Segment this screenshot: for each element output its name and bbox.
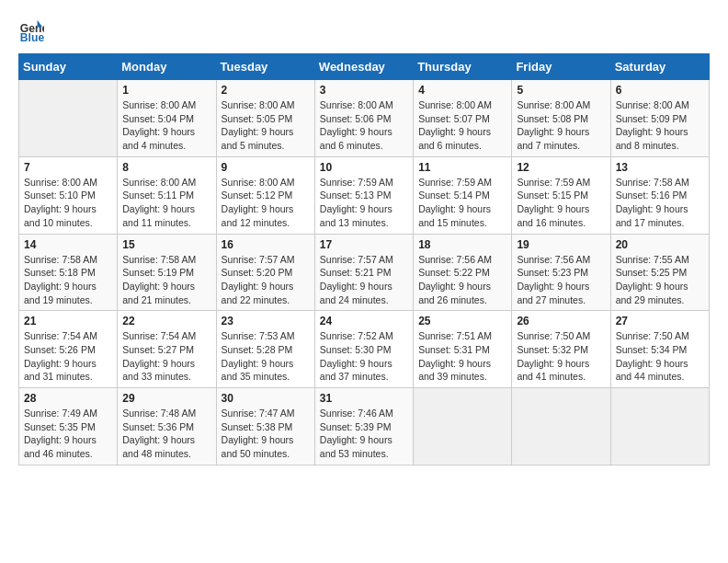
day-info: Sunrise: 7:58 AMSunset: 5:18 PMDaylight:… (24, 253, 112, 307)
day-number: 29 (122, 392, 210, 405)
day-cell: 4Sunrise: 8:00 AMSunset: 5:07 PMDaylight… (414, 80, 512, 157)
col-header-saturday: Saturday (610, 54, 709, 80)
day-number: 3 (320, 84, 408, 97)
day-number: 14 (24, 238, 112, 251)
day-number: 26 (517, 315, 605, 327)
day-cell: 19Sunrise: 7:56 AMSunset: 5:23 PMDayligh… (512, 234, 610, 311)
day-cell: 27Sunrise: 7:50 AMSunset: 5:34 PMDayligh… (610, 311, 709, 388)
day-info: Sunrise: 7:59 AMSunset: 5:13 PMDaylight:… (320, 176, 408, 230)
day-info: Sunrise: 7:49 AMSunset: 5:35 PMDaylight:… (24, 407, 112, 461)
day-info: Sunrise: 8:00 AMSunset: 5:08 PMDaylight:… (517, 98, 605, 153)
day-cell: 8Sunrise: 8:00 AMSunset: 5:11 PMDaylight… (118, 156, 216, 234)
day-number: 15 (122, 238, 210, 251)
day-info: Sunrise: 7:58 AMSunset: 5:16 PMDaylight:… (616, 176, 704, 230)
day-cell: 31Sunrise: 7:46 AMSunset: 5:39 PMDayligh… (314, 388, 413, 465)
day-cell: 15Sunrise: 7:58 AMSunset: 5:19 PMDayligh… (118, 234, 216, 311)
day-info: Sunrise: 8:00 AMSunset: 5:09 PMDaylight:… (616, 98, 704, 153)
day-info: Sunrise: 7:54 AMSunset: 5:27 PMDaylight:… (122, 329, 210, 384)
day-number: 27 (616, 315, 704, 327)
day-cell (19, 80, 118, 157)
day-info: Sunrise: 7:59 AMSunset: 5:15 PMDaylight:… (517, 176, 605, 230)
day-cell (414, 388, 512, 465)
day-cell: 10Sunrise: 7:59 AMSunset: 5:13 PMDayligh… (314, 156, 413, 234)
day-info: Sunrise: 7:51 AMSunset: 5:31 PMDaylight:… (418, 329, 506, 384)
day-number: 12 (517, 161, 605, 174)
day-cell: 18Sunrise: 7:56 AMSunset: 5:22 PMDayligh… (414, 234, 512, 311)
day-number: 30 (222, 392, 310, 405)
week-row-3: 21Sunrise: 7:54 AMSunset: 5:26 PMDayligh… (19, 311, 710, 388)
day-info: Sunrise: 7:47 AMSunset: 5:38 PMDaylight:… (222, 407, 310, 461)
day-cell: 17Sunrise: 7:57 AMSunset: 5:21 PMDayligh… (314, 234, 413, 311)
day-cell: 20Sunrise: 7:55 AMSunset: 5:25 PMDayligh… (610, 234, 709, 311)
day-number: 4 (418, 84, 506, 97)
day-cell: 1Sunrise: 8:00 AMSunset: 5:04 PMDaylight… (118, 80, 216, 157)
day-cell (610, 388, 709, 465)
week-row-1: 7Sunrise: 8:00 AMSunset: 5:10 PMDaylight… (19, 156, 710, 234)
day-cell: 29Sunrise: 7:48 AMSunset: 5:36 PMDayligh… (118, 388, 216, 465)
day-cell: 16Sunrise: 7:57 AMSunset: 5:20 PMDayligh… (216, 234, 314, 311)
day-number: 11 (418, 161, 506, 174)
day-number: 18 (418, 238, 506, 251)
day-info: Sunrise: 7:59 AMSunset: 5:14 PMDaylight:… (418, 176, 506, 230)
day-cell: 12Sunrise: 7:59 AMSunset: 5:15 PMDayligh… (512, 156, 610, 234)
day-cell: 30Sunrise: 7:47 AMSunset: 5:38 PMDayligh… (216, 388, 314, 465)
day-info: Sunrise: 7:46 AMSunset: 5:39 PMDaylight:… (320, 407, 408, 461)
day-cell: 28Sunrise: 7:49 AMSunset: 5:35 PMDayligh… (19, 388, 118, 465)
day-cell: 6Sunrise: 8:00 AMSunset: 5:09 PMDaylight… (610, 80, 709, 157)
day-number: 20 (616, 238, 704, 251)
svg-text:Blue: Blue (20, 31, 44, 44)
day-cell: 11Sunrise: 7:59 AMSunset: 5:14 PMDayligh… (414, 156, 512, 234)
day-number: 13 (616, 161, 704, 174)
day-number: 25 (418, 315, 506, 327)
day-cell: 23Sunrise: 7:53 AMSunset: 5:28 PMDayligh… (216, 311, 314, 388)
day-info: Sunrise: 8:00 AMSunset: 5:11 PMDaylight:… (122, 176, 210, 230)
col-header-tuesday: Tuesday (216, 54, 314, 80)
day-cell: 25Sunrise: 7:51 AMSunset: 5:31 PMDayligh… (414, 311, 512, 388)
col-header-friday: Friday (512, 54, 610, 80)
week-row-4: 28Sunrise: 7:49 AMSunset: 5:35 PMDayligh… (19, 388, 710, 465)
day-number: 21 (24, 315, 112, 327)
col-header-monday: Monday (118, 54, 216, 80)
day-info: Sunrise: 7:57 AMSunset: 5:21 PMDaylight:… (320, 253, 408, 307)
day-info: Sunrise: 7:56 AMSunset: 5:22 PMDaylight:… (418, 253, 506, 307)
day-info: Sunrise: 7:50 AMSunset: 5:32 PMDaylight:… (517, 329, 605, 384)
day-number: 8 (122, 161, 210, 174)
day-info: Sunrise: 7:52 AMSunset: 5:30 PMDaylight:… (320, 329, 408, 384)
day-cell: 9Sunrise: 8:00 AMSunset: 5:12 PMDaylight… (216, 156, 314, 234)
day-number: 16 (222, 238, 310, 251)
day-cell: 3Sunrise: 8:00 AMSunset: 5:06 PMDaylight… (314, 80, 413, 157)
day-info: Sunrise: 7:58 AMSunset: 5:19 PMDaylight:… (122, 253, 210, 307)
day-number: 2 (222, 84, 310, 97)
day-info: Sunrise: 8:00 AMSunset: 5:10 PMDaylight:… (24, 176, 112, 230)
day-cell: 24Sunrise: 7:52 AMSunset: 5:30 PMDayligh… (314, 311, 413, 388)
day-cell: 13Sunrise: 7:58 AMSunset: 5:16 PMDayligh… (610, 156, 709, 234)
day-cell: 2Sunrise: 8:00 AMSunset: 5:05 PMDaylight… (216, 80, 314, 157)
col-header-sunday: Sunday (19, 54, 118, 80)
day-cell (512, 388, 610, 465)
col-header-thursday: Thursday (414, 54, 512, 80)
day-number: 24 (320, 315, 408, 327)
day-number: 7 (24, 161, 112, 174)
day-number: 23 (222, 315, 310, 327)
day-cell: 5Sunrise: 8:00 AMSunset: 5:08 PMDaylight… (512, 80, 610, 157)
col-header-wednesday: Wednesday (314, 54, 413, 80)
week-row-0: 1Sunrise: 8:00 AMSunset: 5:04 PMDaylight… (19, 80, 710, 157)
day-cell: 7Sunrise: 8:00 AMSunset: 5:10 PMDaylight… (19, 156, 118, 234)
calendar-table: SundayMondayTuesdayWednesdayThursdayFrid… (18, 53, 710, 465)
day-info: Sunrise: 8:00 AMSunset: 5:04 PMDaylight:… (122, 98, 210, 153)
day-number: 5 (517, 84, 605, 97)
day-cell: 14Sunrise: 7:58 AMSunset: 5:18 PMDayligh… (19, 234, 118, 311)
day-info: Sunrise: 7:55 AMSunset: 5:25 PMDaylight:… (616, 253, 704, 307)
day-number: 6 (616, 84, 704, 97)
day-info: Sunrise: 7:53 AMSunset: 5:28 PMDaylight:… (222, 329, 310, 384)
day-number: 28 (24, 392, 112, 405)
day-number: 19 (517, 238, 605, 251)
day-info: Sunrise: 7:54 AMSunset: 5:26 PMDaylight:… (24, 329, 112, 384)
logo: General Blue (18, 18, 48, 44)
day-info: Sunrise: 8:00 AMSunset: 5:07 PMDaylight:… (418, 98, 506, 153)
day-info: Sunrise: 7:48 AMSunset: 5:36 PMDaylight:… (122, 407, 210, 461)
day-info: Sunrise: 7:57 AMSunset: 5:20 PMDaylight:… (222, 253, 310, 307)
page-header: General Blue (18, 18, 710, 44)
day-info: Sunrise: 8:00 AMSunset: 5:05 PMDaylight:… (222, 98, 310, 153)
day-cell: 22Sunrise: 7:54 AMSunset: 5:27 PMDayligh… (118, 311, 216, 388)
